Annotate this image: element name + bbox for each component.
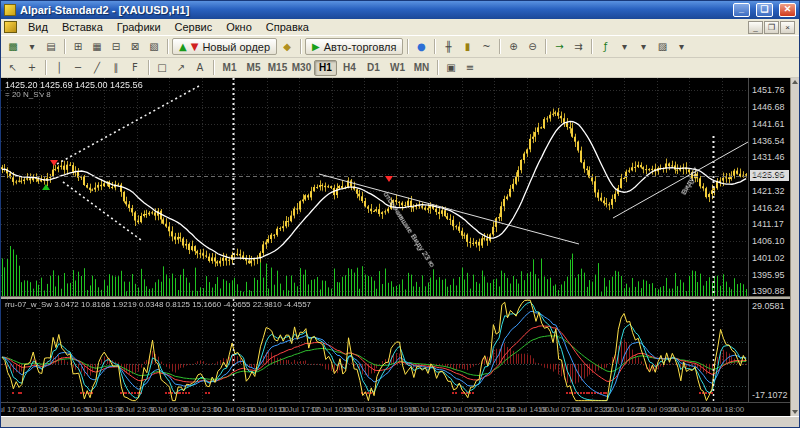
trendline-icon[interactable]: ╱ bbox=[88, 59, 106, 76]
new-order-glyph: ▲ bbox=[179, 41, 187, 52]
chart-window-icon[interactable] bbox=[4, 21, 17, 33]
menu-item-4[interactable]: Окно bbox=[219, 20, 259, 35]
templates-icon-glyph: ▨ bbox=[658, 41, 667, 52]
market-watch-icon-glyph: ⊞ bbox=[74, 41, 82, 52]
candlestick-chart-icon-glyph: ▮ bbox=[465, 41, 471, 52]
community-icon[interactable]: ● bbox=[412, 38, 430, 55]
new-chart-icon-glyph: ▩ bbox=[8, 41, 17, 52]
timeframe-w1[interactable]: W1 bbox=[386, 60, 409, 76]
toolbar-separator bbox=[434, 39, 435, 54]
timeframe-h1[interactable]: H1 bbox=[314, 60, 337, 76]
indicator-pane-row: rru-07_w_Sw 3.0472 10.8168 1.9219 0.0348… bbox=[1, 299, 790, 402]
fibonacci-icon-glyph: F bbox=[132, 62, 138, 73]
bar-chart-icon[interactable]: ╫ bbox=[439, 38, 457, 55]
navigator-icon[interactable]: ⊟ bbox=[107, 38, 125, 55]
timeframe-d1[interactable]: D1 bbox=[362, 60, 385, 76]
timeframe-m15[interactable]: M15 bbox=[266, 60, 289, 76]
trendline-icon-glyph: ╱ bbox=[94, 62, 100, 73]
text-icon[interactable]: A bbox=[191, 59, 209, 76]
window-list-icon[interactable]: ≡ bbox=[461, 59, 479, 76]
zoom-out-icon[interactable]: ⊖ bbox=[523, 38, 541, 55]
templates-dropdown-icon[interactable]: ▾ bbox=[672, 38, 690, 55]
menubar: ВидВставкаГрафикиСервисОкноСправка _ ❐ × bbox=[1, 19, 799, 36]
indicators-dropdown-icon[interactable]: ▾ bbox=[615, 38, 633, 55]
timeframe-m30[interactable]: M30 bbox=[290, 60, 313, 76]
indicators-icon[interactable]: ƒ bbox=[596, 38, 614, 55]
vertical-scrollbar[interactable] bbox=[790, 78, 799, 416]
metaeditor-icon[interactable]: ◆ bbox=[278, 38, 296, 55]
menu-item-1[interactable]: Вставка bbox=[55, 20, 110, 35]
horizontal-line-icon[interactable]: ─ bbox=[69, 59, 87, 76]
strategy-tester-icon[interactable]: ▧ bbox=[145, 38, 163, 55]
market-watch-icon[interactable]: ⊞ bbox=[69, 38, 87, 55]
autotrade-button-label: Авто-торговля bbox=[324, 41, 397, 53]
auto-scroll-icon[interactable]: → bbox=[550, 38, 568, 55]
timeframe-m5[interactable]: M5 bbox=[242, 60, 265, 76]
window-title: Alpari-Standard2 - [XAUUSD,H1] bbox=[20, 4, 727, 16]
toolbar-separator bbox=[437, 60, 438, 75]
timeframe-h4[interactable]: H4 bbox=[338, 60, 361, 76]
terminal-icon[interactable]: ⊠ bbox=[126, 38, 144, 55]
navigator-icon-glyph: ⊟ bbox=[112, 41, 120, 52]
zoom-in-icon-glyph: ⊕ bbox=[509, 41, 517, 52]
menu-item-0[interactable]: Вид bbox=[21, 20, 55, 35]
minimize-button[interactable]: _ bbox=[733, 3, 750, 17]
menu-item-3[interactable]: Сервис bbox=[168, 20, 220, 35]
timeframe-m1[interactable]: M1 bbox=[218, 60, 241, 76]
price-axis-label: 1421.32 bbox=[752, 186, 785, 196]
toolbar-separator bbox=[545, 39, 546, 54]
price-axis-label: 1406.10 bbox=[752, 236, 785, 246]
child-minimize-button[interactable]: _ bbox=[748, 21, 763, 34]
price-axis-label: 1426.39 bbox=[752, 169, 785, 179]
crosshair-icon[interactable]: + bbox=[23, 59, 41, 76]
autotrade-button[interactable]: ▶Авто-торговля bbox=[305, 38, 403, 55]
zoom-in-icon[interactable]: ⊕ bbox=[504, 38, 522, 55]
templates-icon[interactable]: ▨ bbox=[653, 38, 671, 55]
child-restore-button[interactable]: ❐ bbox=[764, 21, 779, 34]
close-button[interactable]: ✕ bbox=[779, 3, 796, 17]
vertical-line-icon[interactable]: │ bbox=[50, 59, 68, 76]
terminal-icon-glyph: ⊠ bbox=[131, 41, 139, 52]
tile-windows-icon[interactable]: ▣ bbox=[442, 59, 460, 76]
new-chart-icon[interactable]: ▩ bbox=[4, 38, 22, 55]
data-window-icon[interactable]: ▦ bbox=[88, 38, 106, 55]
profiles-icon[interactable]: ▤ bbox=[42, 38, 60, 55]
community-icon-glyph: ● bbox=[417, 41, 426, 52]
candlestick-chart-icon[interactable]: ▮ bbox=[458, 38, 476, 55]
cursor-icon[interactable]: ↖ bbox=[4, 59, 22, 76]
menu-item-2[interactable]: Графики bbox=[110, 20, 168, 35]
zoom-out-icon-glyph: ⊖ bbox=[528, 41, 536, 52]
line-studies-toolbar: ↖+│─╱∥F□↗AM1M5M15M30H1H4D1W1MN▣≡ bbox=[1, 58, 799, 78]
bar-chart-icon-glyph: ╫ bbox=[445, 41, 451, 52]
main-chart-canvas[interactable] bbox=[1, 78, 748, 296]
status-bar bbox=[1, 416, 799, 427]
price-axis-label: 1390.88 bbox=[752, 286, 785, 296]
arrows-icon[interactable]: ↗ bbox=[172, 59, 190, 76]
menu-item-5[interactable]: Справка bbox=[259, 20, 316, 35]
toolbar-separator bbox=[213, 60, 214, 75]
indicator-axis[interactable]: 29.0581 -17.1072 bbox=[748, 299, 790, 402]
new-chart-dropdown-icon[interactable]: ▾ bbox=[23, 38, 41, 55]
shapes-icon[interactable]: □ bbox=[153, 59, 171, 76]
chart-shift-icon-glyph: ⇉ bbox=[574, 41, 582, 52]
new-order-button-glyph-2: ▼ bbox=[191, 41, 199, 52]
toolbar-separator bbox=[148, 60, 149, 75]
new-order-button[interactable]: ▲▼Новый ордер bbox=[172, 38, 277, 55]
scrollbar-down-icon[interactable] bbox=[792, 410, 798, 414]
maximize-button[interactable]: ❏ bbox=[756, 3, 773, 17]
auto-scroll-icon-glyph: → bbox=[555, 41, 563, 52]
line-chart-icon[interactable]: ~ bbox=[477, 38, 495, 55]
channel-icon[interactable]: ∥ bbox=[107, 59, 125, 76]
mt4-window: Alpari-Standard2 - [XAUUSD,H1] _ ❏ ✕ Вид… bbox=[0, 0, 800, 428]
periods-dropdown-icon[interactable]: ▾ bbox=[634, 38, 652, 55]
chart-shift-icon[interactable]: ⇉ bbox=[569, 38, 587, 55]
child-close-button[interactable]: × bbox=[780, 21, 795, 34]
price-axis-label: 1441.61 bbox=[752, 119, 785, 129]
scrollbar-up-icon[interactable] bbox=[792, 80, 798, 84]
fibonacci-icon[interactable]: F bbox=[126, 59, 144, 76]
chart-region: 1425.20 1425.69 1425.00 1425.56 = 20 N_S… bbox=[1, 78, 799, 416]
time-axis[interactable]: 2 Jul 17:003 Jul 23:004 Jul 16:005 Jul 1… bbox=[1, 402, 790, 416]
timeframe-mn[interactable]: MN bbox=[410, 60, 433, 76]
indicator-canvas[interactable] bbox=[1, 299, 748, 402]
price-axis[interactable]: 1425.95 1451.761446.681441.611436.541431… bbox=[748, 78, 790, 296]
